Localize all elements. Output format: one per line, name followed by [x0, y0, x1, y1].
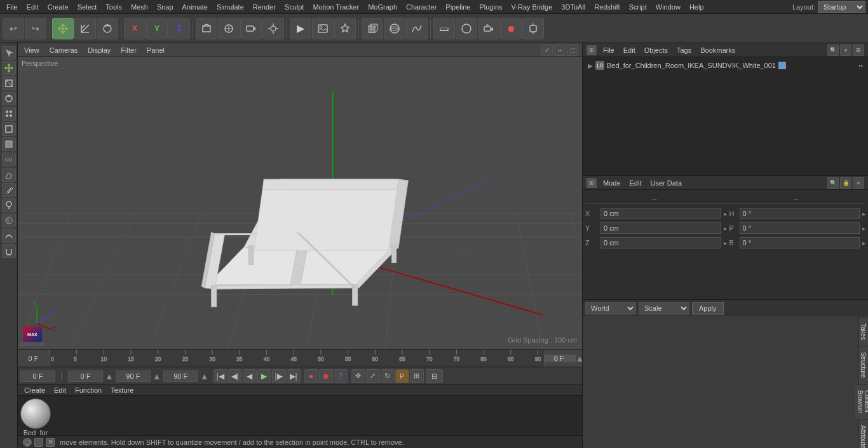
camera3-button[interactable] — [478, 18, 499, 39]
timeline-frame-field[interactable] — [543, 355, 576, 362]
attr-x-val1[interactable] — [600, 208, 721, 219]
status-icon3[interactable]: ✕ — [46, 438, 55, 447]
tab-attributes[interactable]: Attributes — [858, 420, 868, 448]
om-object-color[interactable] — [778, 62, 786, 69]
menu-tools[interactable]: Tools — [102, 2, 126, 12]
menu-select[interactable]: Select — [74, 2, 101, 12]
sidebar-brush-btn[interactable] — [2, 198, 16, 212]
end-frame-field2[interactable] — [163, 370, 198, 382]
axis-z-button[interactable]: Z — [168, 18, 190, 39]
move-tool-button[interactable] — [52, 18, 74, 39]
attr-y-val1[interactable] — [600, 222, 721, 234]
attr-scale-dropdown[interactable]: Scale — [639, 302, 689, 315]
menu-character[interactable]: Character — [402, 2, 440, 12]
sidebar-poly-btn[interactable] — [2, 137, 16, 151]
undo-button[interactable]: ↩ — [3, 18, 24, 39]
status-icon1[interactable] — [23, 438, 32, 447]
render-button[interactable]: ▶ — [290, 18, 311, 39]
rotate-tool-button[interactable] — [97, 18, 118, 39]
sidebar-points-btn[interactable] — [2, 107, 16, 121]
om-object-dots[interactable]: •• — [858, 62, 863, 69]
light3-button[interactable] — [522, 18, 544, 39]
menu-redshift[interactable]: Redshift — [590, 2, 623, 12]
spline-button[interactable] — [406, 18, 428, 39]
material-sphere[interactable] — [20, 398, 51, 429]
menu-mograph[interactable]: MoGraph — [364, 2, 401, 12]
status-icon2[interactable] — [34, 438, 43, 447]
menu-3dtoall[interactable]: 3DToAll — [557, 2, 589, 12]
tab-takes[interactable]: Takes — [858, 318, 868, 346]
sidebar-knife-btn[interactable] — [2, 183, 16, 197]
record-button[interactable]: ⏺ — [500, 18, 522, 39]
scale-tool-button[interactable] — [74, 18, 96, 39]
axis-y-button[interactable]: Y — [146, 18, 168, 39]
light-button[interactable] — [262, 18, 284, 39]
go-start-button[interactable]: |◀ — [214, 369, 227, 383]
help-button[interactable]: ? — [334, 369, 348, 383]
sidebar-edges-btn[interactable] — [2, 122, 16, 136]
rotate-mode-btn[interactable]: ↻ — [381, 369, 395, 383]
material-item[interactable]: Bed_for — [20, 398, 51, 437]
attr-search-icon[interactable]: 🔍 — [827, 177, 839, 189]
sidebar-uv-btn[interactable]: UV — [2, 153, 16, 166]
scale-mode-btn[interactable]: ⤢ — [366, 369, 380, 383]
attr-apply-button[interactable]: Apply — [692, 302, 724, 315]
move-mode-btn[interactable]: ✥ — [351, 369, 365, 383]
viewport-full-icon[interactable]: ⬚ — [567, 44, 578, 56]
mat-texture-menu[interactable]: Texture — [108, 385, 136, 395]
grid-mode-btn[interactable]: ⊞ — [410, 369, 424, 383]
redo-button[interactable]: ↪ — [25, 18, 46, 39]
mat-create-menu[interactable]: Create — [22, 385, 48, 395]
menu-mesh[interactable]: Mesh — [127, 2, 152, 12]
menu-window[interactable]: Window — [652, 2, 684, 12]
om-edit-menu[interactable]: Edit — [621, 45, 638, 55]
attr-edit-menu[interactable]: Edit — [627, 178, 644, 188]
menu-file[interactable]: File — [3, 2, 22, 12]
cube-primitive-button[interactable] — [362, 18, 383, 39]
sidebar-scale-btn[interactable] — [2, 76, 16, 90]
om-menu1-icon[interactable]: ≡ — [840, 44, 851, 56]
layout-select[interactable]: Startup Standard — [818, 1, 865, 13]
floor-button[interactable] — [433, 18, 455, 39]
viewport[interactable]: View Cameras Display Filter Panel ⤢ ↔ ⬚ — [18, 43, 582, 349]
viewport-cameras-menu[interactable]: Cameras — [47, 45, 81, 55]
viewport-3d[interactable]: X Z Y Grid Spacing : 100 cm Perspective … — [18, 57, 582, 349]
attr-mode-menu[interactable]: Mode — [600, 178, 623, 188]
sky-button[interactable] — [456, 18, 477, 39]
sphere-button[interactable] — [384, 18, 405, 39]
sidebar-select-btn[interactable] — [2, 46, 16, 60]
object-button[interactable] — [196, 18, 217, 39]
attr-world-dropdown[interactable]: World — [585, 302, 636, 315]
play-forward-button[interactable]: ▶ — [257, 369, 271, 383]
tab-content-browser[interactable]: Content Browser — [855, 385, 869, 419]
viewport-panel-menu[interactable]: Panel — [144, 45, 167, 55]
current-frame-field[interactable] — [68, 370, 103, 382]
attr-userdata-menu[interactable]: User Data — [648, 178, 685, 188]
menu-sculpt[interactable]: Sculpt — [281, 2, 308, 12]
sidebar-magnet-btn[interactable] — [2, 244, 16, 258]
sidebar-paint-btn[interactable]: S — [2, 214, 16, 227]
viewport-view-menu[interactable]: View — [22, 45, 42, 55]
menu-snap[interactable]: Snap — [153, 2, 177, 12]
next-frame-button[interactable]: |▶ — [272, 369, 286, 383]
mat-edit-menu[interactable]: Edit — [51, 385, 69, 395]
auto-key-button[interactable]: ⏺ — [319, 369, 333, 383]
record-button-pb[interactable]: ● — [304, 369, 318, 383]
om-menu2-icon[interactable]: ⊞ — [853, 44, 864, 56]
menu-render[interactable]: Render — [249, 2, 280, 12]
null-button[interactable] — [218, 18, 240, 39]
menu-animate[interactable]: Animate — [179, 2, 212, 12]
om-tags-menu[interactable]: Tags — [674, 45, 694, 55]
viewport-display-menu[interactable]: Display — [85, 45, 113, 55]
om-bookmarks-menu[interactable]: Bookmarks — [698, 45, 738, 55]
mat-function-menu[interactable]: Function — [72, 385, 104, 395]
start-frame-field[interactable] — [20, 370, 55, 382]
render-settings-button[interactable] — [334, 18, 356, 39]
attr-z-val1[interactable] — [600, 237, 721, 248]
attr-menu1-icon[interactable]: ≡ — [853, 177, 864, 189]
timeline-track[interactable]: 0 5 10 15 20 25 30 35 — [50, 350, 544, 367]
menu-script[interactable]: Script — [625, 2, 651, 12]
menu-simulate[interactable]: Simulate — [213, 2, 248, 12]
menu-plugins[interactable]: Plugins — [475, 2, 506, 12]
render-pic-button[interactable] — [312, 18, 334, 39]
